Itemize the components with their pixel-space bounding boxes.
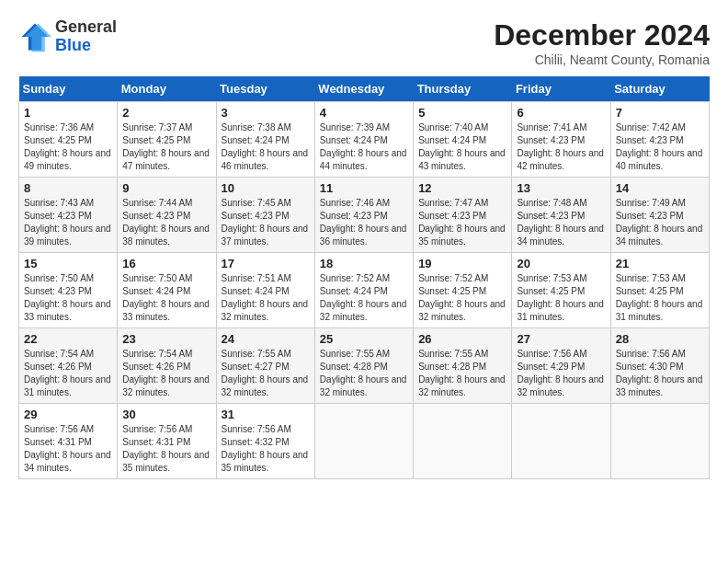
day-detail: Sunrise: 7:47 AMSunset: 4:23 PMDaylight:… — [418, 197, 506, 248]
calendar-cell: 17Sunrise: 7:51 AMSunset: 4:24 PMDayligh… — [216, 253, 314, 328]
day-number: 23 — [122, 332, 210, 346]
day-detail: Sunrise: 7:42 AMSunset: 4:23 PMDaylight:… — [616, 121, 704, 173]
calendar-cell: 18Sunrise: 7:52 AMSunset: 4:24 PMDayligh… — [314, 253, 413, 328]
calendar-header-row: SundayMondayTuesdayWednesdayThursdayFrid… — [19, 76, 710, 102]
calendar-cell: 9Sunrise: 7:44 AMSunset: 4:23 PMDaylight… — [118, 178, 216, 253]
day-detail: Sunrise: 7:48 AMSunset: 4:23 PMDaylight:… — [517, 197, 605, 248]
day-detail: Sunrise: 7:54 AMSunset: 4:26 PMDaylight:… — [122, 348, 210, 399]
calendar-cell: 21Sunrise: 7:53 AMSunset: 4:25 PMDayligh… — [610, 253, 709, 328]
location: Chilii, Neamt County, Romania — [494, 52, 710, 67]
calendar-day-header: Friday — [512, 76, 610, 102]
calendar-cell: 27Sunrise: 7:56 AMSunset: 4:29 PMDayligh… — [512, 328, 610, 404]
calendar-cell: 16Sunrise: 7:50 AMSunset: 4:24 PMDayligh… — [118, 253, 216, 328]
day-detail: Sunrise: 7:37 AMSunset: 4:25 PMDaylight:… — [122, 121, 210, 173]
calendar-day-header: Tuesday — [216, 76, 314, 102]
calendar-day-header: Wednesday — [314, 76, 413, 102]
day-detail: Sunrise: 7:50 AMSunset: 4:23 PMDaylight:… — [24, 272, 112, 324]
day-number: 8 — [24, 181, 112, 195]
day-number: 26 — [418, 332, 506, 346]
day-number: 12 — [418, 181, 506, 195]
calendar-cell: 8Sunrise: 7:43 AMSunset: 4:23 PMDaylight… — [19, 178, 118, 253]
day-detail: Sunrise: 7:56 AMSunset: 4:30 PMDaylight:… — [616, 348, 704, 399]
calendar-cell: 12Sunrise: 7:47 AMSunset: 4:23 PMDayligh… — [414, 178, 512, 253]
day-number: 7 — [616, 106, 704, 120]
day-number: 11 — [320, 181, 408, 195]
calendar-cell: 24Sunrise: 7:55 AMSunset: 4:27 PMDayligh… — [216, 328, 314, 404]
day-detail: Sunrise: 7:51 AMSunset: 4:24 PMDaylight:… — [222, 272, 310, 324]
day-detail: Sunrise: 7:36 AMSunset: 4:25 PMDaylight:… — [24, 121, 112, 173]
day-number: 31 — [222, 408, 310, 421]
calendar-cell: 2Sunrise: 7:37 AMSunset: 4:25 PMDaylight… — [118, 102, 216, 178]
logo-icon — [18, 20, 51, 53]
day-detail: Sunrise: 7:56 AMSunset: 4:29 PMDaylight:… — [517, 348, 605, 399]
day-number: 22 — [24, 332, 112, 346]
day-detail: Sunrise: 7:41 AMSunset: 4:23 PMDaylight:… — [517, 121, 605, 173]
day-number: 3 — [222, 106, 310, 120]
calendar-cell: 26Sunrise: 7:55 AMSunset: 4:28 PMDayligh… — [414, 328, 512, 404]
day-number: 5 — [418, 106, 506, 120]
calendar-day-header: Sunday — [19, 76, 118, 102]
day-number: 14 — [616, 181, 704, 195]
day-detail: Sunrise: 7:46 AMSunset: 4:23 PMDaylight:… — [320, 197, 408, 248]
calendar-week-row: 22Sunrise: 7:54 AMSunset: 4:26 PMDayligh… — [19, 328, 710, 404]
day-number: 29 — [24, 408, 112, 421]
day-number: 21 — [616, 257, 704, 270]
calendar-cell: 13Sunrise: 7:48 AMSunset: 4:23 PMDayligh… — [512, 178, 610, 253]
day-detail: Sunrise: 7:53 AMSunset: 4:25 PMDaylight:… — [616, 272, 704, 324]
page-header: General Blue December 2024 Chilii, Neamt… — [18, 18, 710, 67]
day-number: 2 — [122, 106, 210, 120]
day-detail: Sunrise: 7:43 AMSunset: 4:23 PMDaylight:… — [24, 197, 112, 248]
calendar-cell: 11Sunrise: 7:46 AMSunset: 4:23 PMDayligh… — [314, 178, 413, 253]
calendar-cell: 23Sunrise: 7:54 AMSunset: 4:26 PMDayligh… — [118, 328, 216, 404]
calendar-cell: 25Sunrise: 7:55 AMSunset: 4:28 PMDayligh… — [314, 328, 413, 404]
logo-text: General Blue — [55, 18, 117, 55]
day-detail: Sunrise: 7:45 AMSunset: 4:23 PMDaylight:… — [222, 197, 310, 248]
day-detail: Sunrise: 7:55 AMSunset: 4:28 PMDaylight:… — [320, 348, 408, 399]
day-detail: Sunrise: 7:50 AMSunset: 4:24 PMDaylight:… — [122, 272, 210, 324]
day-detail: Sunrise: 7:44 AMSunset: 4:23 PMDaylight:… — [122, 197, 210, 248]
day-number: 30 — [122, 408, 210, 421]
day-number: 27 — [517, 332, 605, 346]
calendar-table: SundayMondayTuesdayWednesdayThursdayFrid… — [18, 76, 710, 479]
month-title: December 2024 — [494, 18, 710, 52]
title-block: December 2024 Chilii, Neamt County, Roma… — [494, 18, 710, 67]
calendar-cell: 14Sunrise: 7:49 AMSunset: 4:23 PMDayligh… — [610, 178, 709, 253]
calendar-cell: 31Sunrise: 7:56 AMSunset: 4:32 PMDayligh… — [216, 404, 314, 479]
calendar-cell: 22Sunrise: 7:54 AMSunset: 4:26 PMDayligh… — [19, 328, 118, 404]
day-detail: Sunrise: 7:49 AMSunset: 4:23 PMDaylight:… — [616, 197, 704, 248]
calendar-cell: 6Sunrise: 7:41 AMSunset: 4:23 PMDaylight… — [512, 102, 610, 178]
logo: General Blue — [18, 18, 117, 55]
day-number: 16 — [122, 257, 210, 270]
calendar-week-row: 15Sunrise: 7:50 AMSunset: 4:23 PMDayligh… — [19, 253, 710, 328]
calendar-cell — [610, 404, 709, 479]
calendar-cell: 15Sunrise: 7:50 AMSunset: 4:23 PMDayligh… — [19, 253, 118, 328]
calendar-cell: 20Sunrise: 7:53 AMSunset: 4:25 PMDayligh… — [512, 253, 610, 328]
calendar-week-row: 8Sunrise: 7:43 AMSunset: 4:23 PMDaylight… — [19, 178, 710, 253]
calendar-cell: 29Sunrise: 7:56 AMSunset: 4:31 PMDayligh… — [19, 404, 118, 479]
calendar-week-row: 29Sunrise: 7:56 AMSunset: 4:31 PMDayligh… — [19, 404, 710, 479]
calendar-cell: 3Sunrise: 7:38 AMSunset: 4:24 PMDaylight… — [216, 102, 314, 178]
day-number: 25 — [320, 332, 408, 346]
day-detail: Sunrise: 7:55 AMSunset: 4:28 PMDaylight:… — [418, 348, 506, 399]
day-number: 13 — [517, 181, 605, 195]
day-number: 18 — [320, 257, 408, 270]
calendar-body: 1Sunrise: 7:36 AMSunset: 4:25 PMDaylight… — [19, 102, 710, 479]
day-detail: Sunrise: 7:39 AMSunset: 4:24 PMDaylight:… — [320, 121, 408, 173]
day-number: 15 — [24, 257, 112, 270]
calendar-cell: 28Sunrise: 7:56 AMSunset: 4:30 PMDayligh… — [610, 328, 709, 404]
calendar-cell: 19Sunrise: 7:52 AMSunset: 4:25 PMDayligh… — [414, 253, 512, 328]
calendar-cell: 10Sunrise: 7:45 AMSunset: 4:23 PMDayligh… — [216, 178, 314, 253]
day-number: 4 — [320, 106, 408, 120]
day-number: 28 — [616, 332, 704, 346]
day-detail: Sunrise: 7:55 AMSunset: 4:27 PMDaylight:… — [222, 348, 310, 399]
day-detail: Sunrise: 7:52 AMSunset: 4:24 PMDaylight:… — [320, 272, 408, 324]
day-number: 24 — [222, 332, 310, 346]
calendar-cell: 5Sunrise: 7:40 AMSunset: 4:24 PMDaylight… — [414, 102, 512, 178]
day-detail: Sunrise: 7:56 AMSunset: 4:31 PMDaylight:… — [24, 423, 112, 475]
day-number: 10 — [222, 181, 310, 195]
day-number: 6 — [517, 106, 605, 120]
day-number: 19 — [418, 257, 506, 270]
calendar-day-header: Monday — [118, 76, 216, 102]
calendar-cell — [414, 404, 512, 479]
day-detail: Sunrise: 7:52 AMSunset: 4:25 PMDaylight:… — [418, 272, 506, 324]
